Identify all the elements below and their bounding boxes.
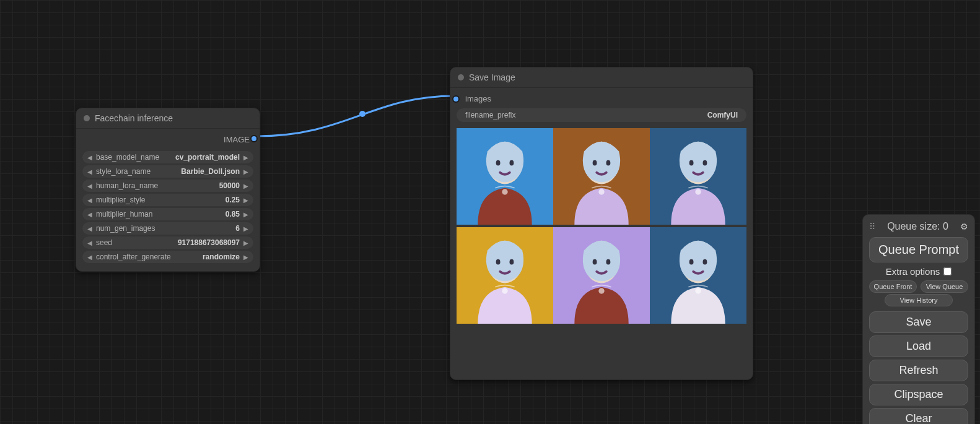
image-output-socket[interactable] — [250, 135, 258, 142]
output-label: IMAGE — [224, 135, 250, 144]
param-label: num_gen_images — [92, 224, 235, 233]
param-label: seed — [92, 238, 178, 247]
load-button[interactable]: Load — [869, 335, 968, 357]
chevron-left-icon[interactable]: ◀ — [87, 211, 92, 218]
param-value: 0.85 — [225, 210, 243, 218]
svg-point-19 — [509, 259, 514, 265]
svg-point-10 — [598, 189, 604, 194]
svg-point-28 — [689, 259, 694, 265]
input-images-port[interactable]: images — [457, 92, 746, 106]
clear-button[interactable]: Clear — [869, 408, 968, 424]
chevron-right-icon[interactable]: ▶ — [243, 197, 248, 204]
preview-tile[interactable] — [553, 127, 650, 226]
node-facechain-inference[interactable]: Facechain inference IMAGE ◀base_model_na… — [76, 108, 260, 272]
preview-tile[interactable] — [457, 226, 553, 325]
param-label: multiplier_human — [92, 210, 225, 218]
chevron-left-icon[interactable]: ◀ — [87, 254, 92, 261]
svg-point-23 — [593, 259, 597, 265]
filename-prefix-value: ComfyUI — [707, 111, 738, 119]
node-title: Facechain inference — [95, 113, 173, 123]
node-header[interactable]: Save Image — [450, 67, 753, 88]
settings-gear-icon[interactable]: ⚙ — [960, 222, 968, 231]
images-input-socket[interactable] — [452, 95, 460, 103]
preview-tile[interactable] — [650, 226, 746, 325]
node-save-image[interactable]: Save Image images filename_prefix ComfyU… — [450, 67, 753, 380]
save-button[interactable]: Save — [869, 311, 968, 333]
chevron-left-icon[interactable]: ◀ — [87, 183, 92, 189]
queue-prompt-button[interactable]: Queue Prompt — [869, 237, 968, 262]
preview-tile[interactable] — [553, 226, 650, 325]
portrait-illustration — [553, 127, 650, 226]
refresh-button[interactable]: Refresh — [869, 360, 968, 381]
extra-options-row[interactable]: Extra options — [869, 266, 968, 277]
param-style_lora_name[interactable]: ◀style_lora_nameBarbie_Doll.json▶ — [82, 165, 253, 178]
extra-options-label: Extra options — [886, 266, 940, 277]
chevron-right-icon[interactable]: ▶ — [243, 254, 248, 261]
param-control_after_generate[interactable]: ◀control_after_generaterandomize▶ — [82, 251, 253, 263]
param-human_lora_name[interactable]: ◀human_lora_name50000▶ — [82, 180, 253, 192]
node-collapse-dot[interactable] — [84, 115, 90, 121]
view-history-button[interactable]: View History — [885, 294, 953, 306]
svg-point-25 — [598, 288, 604, 293]
param-label: control_after_generate — [92, 253, 203, 261]
input-label: images — [465, 94, 491, 103]
param-label: base_model_name — [92, 153, 175, 162]
output-image-port[interactable]: IMAGE — [82, 132, 253, 149]
param-base_model_name[interactable]: ◀base_model_namecv_portrait_model▶ — [82, 151, 253, 163]
chevron-right-icon[interactable]: ▶ — [243, 183, 248, 189]
chevron-left-icon[interactable]: ◀ — [87, 197, 92, 204]
svg-point-29 — [702, 259, 707, 265]
preview-tile[interactable] — [457, 127, 553, 226]
param-multiplier_style[interactable]: ◀multiplier_style0.25▶ — [82, 194, 253, 206]
svg-point-9 — [606, 160, 610, 166]
view-queue-button[interactable]: View Queue — [921, 280, 968, 293]
svg-point-5 — [502, 189, 507, 194]
param-value: Barbie_Doll.json — [181, 167, 243, 176]
svg-point-4 — [509, 160, 514, 166]
chevron-left-icon[interactable]: ◀ — [87, 240, 92, 246]
filename-prefix-field[interactable]: filename_prefix ComfyUI — [457, 108, 746, 122]
svg-point-13 — [689, 160, 694, 166]
param-value: randomize — [203, 253, 243, 261]
param-value: 0.25 — [225, 196, 243, 204]
param-seed[interactable]: ◀seed917188673068097▶ — [82, 236, 253, 249]
queue-size-label: Queue size: 0 — [875, 221, 960, 232]
portrait-illustration — [457, 127, 553, 226]
param-value: 50000 — [219, 181, 243, 190]
chevron-right-icon[interactable]: ▶ — [243, 211, 248, 218]
svg-point-30 — [695, 288, 701, 293]
param-value: 917188673068097 — [178, 238, 243, 247]
portrait-illustration — [553, 226, 650, 325]
drag-handle-icon[interactable]: ⠿ — [869, 222, 875, 231]
node-collapse-dot[interactable] — [458, 74, 464, 80]
preview-tile[interactable] — [650, 127, 746, 226]
svg-point-15 — [695, 189, 701, 194]
param-value: cv_portrait_model — [175, 153, 243, 162]
extra-options-checkbox[interactable] — [943, 267, 952, 275]
chevron-left-icon[interactable]: ◀ — [87, 168, 92, 175]
portrait-illustration — [650, 226, 746, 325]
chevron-right-icon[interactable]: ▶ — [243, 240, 248, 246]
chevron-left-icon[interactable]: ◀ — [87, 154, 92, 161]
chevron-right-icon[interactable]: ▶ — [243, 168, 248, 175]
portrait-illustration — [457, 226, 553, 325]
param-label: multiplier_style — [92, 196, 225, 204]
param-multiplier_human[interactable]: ◀multiplier_human0.85▶ — [82, 208, 253, 220]
image-preview-grid — [457, 127, 746, 325]
queue-front-button[interactable]: Queue Front — [869, 280, 917, 293]
svg-point-14 — [702, 160, 707, 166]
param-label: human_lora_name — [92, 181, 219, 190]
chevron-left-icon[interactable]: ◀ — [87, 225, 92, 232]
portrait-illustration — [650, 127, 746, 226]
param-num_gen_images[interactable]: ◀num_gen_images6▶ — [82, 222, 253, 235]
svg-point-18 — [496, 259, 501, 265]
control-panel[interactable]: ⠿ Queue size: 0 ⚙ Queue Prompt Extra opt… — [862, 214, 975, 424]
filename-prefix-label: filename_prefix — [465, 111, 707, 119]
chevron-right-icon[interactable]: ▶ — [243, 225, 248, 232]
chevron-right-icon[interactable]: ▶ — [243, 154, 248, 161]
node-title: Save Image — [469, 72, 515, 82]
clipspace-button[interactable]: Clipspace — [869, 384, 968, 405]
svg-point-24 — [606, 259, 610, 265]
node-header[interactable]: Facechain inference — [76, 108, 260, 129]
param-label: style_lora_name — [92, 167, 181, 176]
